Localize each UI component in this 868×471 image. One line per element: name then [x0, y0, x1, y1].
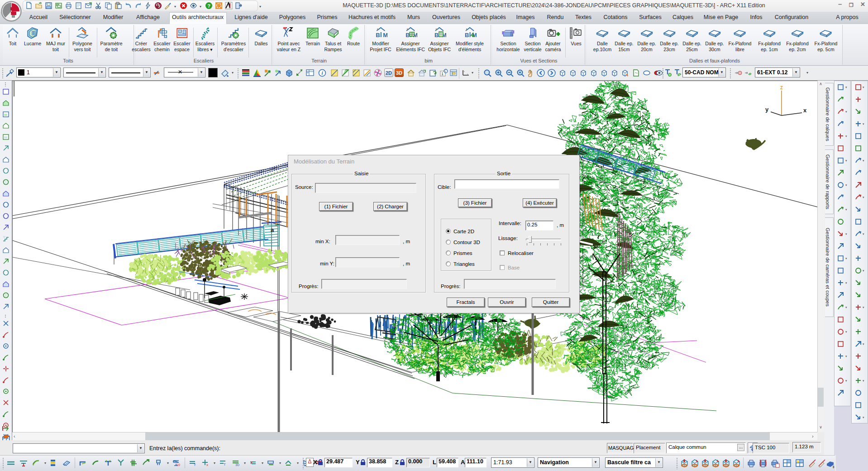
svg-text:B: B [434, 32, 439, 38]
svg-text:x: x [803, 107, 807, 114]
svg-text:B: B [376, 32, 380, 38]
svg-text:10: 10 [176, 463, 180, 466]
svg-text:a: a [271, 226, 274, 233]
svg-text:3D: 3D [235, 463, 239, 466]
svg-text:x: x [206, 463, 208, 467]
svg-text:T: T [224, 462, 226, 466]
svg-text:B: B [465, 32, 469, 38]
svg-text:?: ? [207, 3, 210, 9]
svg-text:T: T [194, 463, 196, 467]
svg-text:z: z [780, 84, 783, 91]
svg-text:y: y [765, 106, 769, 113]
svg-text:B: B [405, 32, 410, 38]
svg-text:M: M [383, 32, 387, 38]
svg-text:1: 1 [441, 72, 444, 76]
